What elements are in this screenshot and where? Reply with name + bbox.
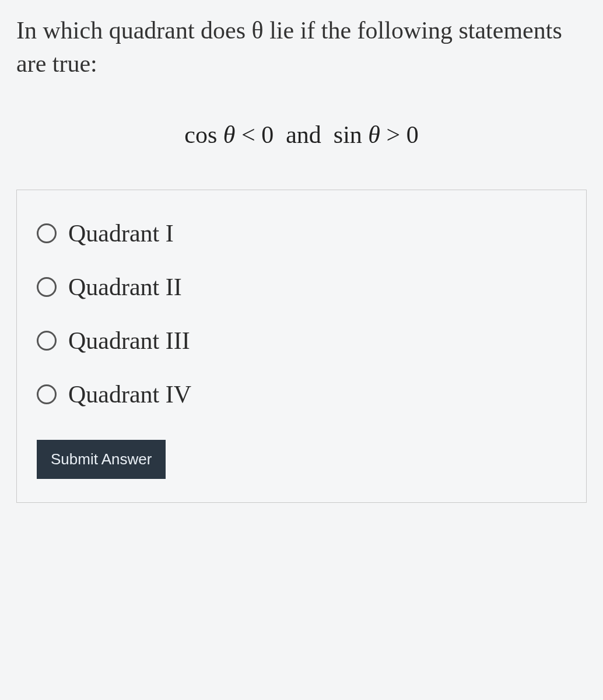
option-label: Quadrant I: [68, 219, 174, 247]
option-quadrant-1[interactable]: Quadrant I: [37, 219, 566, 247]
radio-icon: [37, 331, 57, 351]
question-prompt: In which quadrant does θ lie if the foll…: [16, 14, 587, 80]
option-label: Quadrant IV: [68, 380, 191, 408]
option-quadrant-4[interactable]: Quadrant IV: [37, 380, 566, 408]
submit-button[interactable]: Submit Answer: [37, 440, 166, 479]
radio-icon: [37, 223, 57, 243]
radio-icon: [37, 277, 57, 297]
option-label: Quadrant III: [68, 327, 190, 355]
option-label: Quadrant II: [68, 273, 182, 301]
radio-icon: [37, 384, 57, 404]
question-equation: cos θ < 0 and sin θ > 0: [16, 121, 587, 149]
option-quadrant-2[interactable]: Quadrant II: [37, 273, 566, 301]
answer-box: Quadrant I Quadrant II Quadrant III Quad…: [16, 190, 587, 503]
option-quadrant-3[interactable]: Quadrant III: [37, 327, 566, 355]
